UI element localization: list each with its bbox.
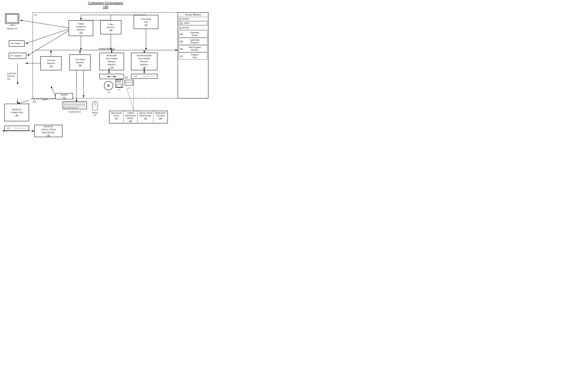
title-main: Computing Environment <box>88 1 123 5</box>
video-interface-box: VideoInterface 190 <box>100 20 121 34</box>
app-prog-label: ApplicationPrograms <box>183 39 206 44</box>
vi-num: 190 <box>109 29 112 32</box>
mouse-label: Mouse161 <box>91 112 99 117</box>
bios-label: BIOS <box>185 22 189 25</box>
diagram: Computing Environment 100 110 System Mem… <box>0 0 211 144</box>
modem-num: 172 <box>63 96 66 99</box>
bios-num: 133 <box>180 22 183 25</box>
drive-icon <box>125 79 133 86</box>
pu-num: 120 <box>145 24 147 26</box>
processing-unit-box: ProcessingUnit 120 <box>134 15 158 29</box>
pu-label: ProcessingUnit <box>141 18 151 24</box>
user-input-box: User InputInterface 160 <box>70 55 91 70</box>
system-memory-box: System Memory 131 (ROM) 133 BIOS 132 (RA… <box>178 12 208 98</box>
svg-line-47 <box>18 100 29 104</box>
removable-nonvol-box: RemovableNon-VolatileMemoryInterface 150 <box>99 53 124 70</box>
keyboard-icon <box>62 101 87 110</box>
printer-box: 196 Printer <box>9 41 25 47</box>
title-area: Computing Environment 100 <box>0 1 211 9</box>
monitor-label: Monitor 191 <box>4 28 20 30</box>
rom-num: 131 <box>179 18 182 20</box>
sys-memory-title: System Memory <box>178 13 208 17</box>
modem-box: Modem 172 <box>55 93 73 99</box>
opi-label: OutputPeripheralInterface <box>76 22 86 31</box>
svg-rect-13 <box>117 79 120 82</box>
network-interface-box: NetworkInterface 170 <box>41 56 61 70</box>
remote-app-box: REMOTEAPPLICATIONPROGRAMS 185 <box>34 125 62 137</box>
speakers-box: 197 Speakers <box>9 53 26 59</box>
system-bus-label: System Bus 121 <box>99 47 115 50</box>
ui-num: 160 <box>78 64 82 67</box>
ni-num: 170 <box>49 65 53 68</box>
keyboard-area: Keyboard 162 <box>62 101 87 113</box>
remote-label: REMOTECOMPUTER <box>11 108 23 114</box>
svg-rect-1 <box>6 14 18 23</box>
storage-cell-3: OPERATINGSYSTEM144 <box>153 111 167 123</box>
ui-label: User InputInterface <box>75 58 85 64</box>
remote-app-label: REMOTEAPPLICATIONPROGRAMS <box>41 125 56 134</box>
svg-rect-15 <box>125 80 133 85</box>
storage-cell-1: OTHERPROGRAMMODS.146 <box>123 111 138 123</box>
svg-rect-14 <box>117 84 121 87</box>
storage-table: PROGRAMDATA147 OTHERPROGRAMMODS.146 APPL… <box>109 111 168 123</box>
storage-cell-2: APPLICATIONPROGRAMS145 <box>138 111 153 123</box>
svg-rect-7 <box>64 107 78 108</box>
floppy-icon <box>115 79 123 88</box>
remote-num: 180 <box>15 114 18 117</box>
printer-num: 196 <box>10 42 13 45</box>
title-number: 100 <box>0 5 211 9</box>
drive152-area: 152 <box>125 79 133 89</box>
remote-app-num: 185 <box>47 134 50 137</box>
cd-num: 156 <box>104 91 114 93</box>
svg-rect-6 <box>64 105 85 107</box>
prog-data-label: ProgramData <box>183 54 206 59</box>
vi-label: VideoInterface <box>107 23 115 29</box>
remote-drive-bar: 181 ○○ ○○○○○○ ○ <box>4 126 29 131</box>
mouse-icon <box>91 101 99 111</box>
speakers-label: Speakers <box>15 55 22 57</box>
lan-label: Local AreaNetwork171 <box>7 72 16 80</box>
os-num: 134 <box>180 33 183 35</box>
svg-rect-5 <box>64 102 85 104</box>
app-prog-num: 135 <box>180 40 183 43</box>
printer-label: Printer <box>15 42 20 45</box>
other-prog-num: 136 <box>180 47 183 50</box>
mouse-area: Mouse161 <box>91 101 99 117</box>
os-label: OperatingSystem <box>183 31 206 37</box>
storage-cell-0: PROGRAMDATA147 <box>109 111 123 123</box>
floppy-area: 155 <box>115 79 123 91</box>
floppy-num: 155 <box>115 89 123 91</box>
label-151: 151 <box>125 76 128 79</box>
monitor-icon <box>4 13 20 26</box>
monitor-area: Monitor 191 <box>4 13 20 30</box>
other-prog-label: Other ProgramModules <box>183 46 206 51</box>
svg-point-11 <box>108 85 109 86</box>
keyboard-label: Keyboard 162 <box>62 111 87 113</box>
drive-num: 152 <box>125 87 133 89</box>
nrnv-num: 140 <box>143 66 146 69</box>
prog-data-num: 137 <box>180 55 183 57</box>
nonremovable-drive-bar: 141 ○○ ○○○○○○ ○ <box>131 74 157 79</box>
opi-num: 195 <box>79 31 83 34</box>
removable-drive-bar: ■■ ══ ■■ <box>99 74 124 79</box>
box-110-label: 110 <box>34 14 37 16</box>
rom-label: (ROM) <box>183 18 189 20</box>
output-peripheral-box: OutputPeripheralInterface 195 <box>69 20 93 36</box>
modem-label: Modem <box>61 93 68 96</box>
ram-num: 132 <box>179 26 182 29</box>
wan-label: Wide Area Network173 <box>31 98 48 103</box>
ram-label: (RAM) <box>183 26 189 29</box>
nonremovable-nonvol-box: Non-RemovableNon-VolatileMemoryInterface… <box>131 53 157 70</box>
ni-label: NetworkInterface <box>47 59 55 65</box>
cd-icon <box>104 81 114 91</box>
remote-computer-box: REMOTECOMPUTER 180 <box>4 104 29 121</box>
rnv-num: 150 <box>110 66 113 69</box>
cd-area: 156 <box>104 81 114 93</box>
speakers-num: 197 <box>10 55 13 57</box>
rnv-label: RemovableNon-VolatileMemoryInterface <box>106 54 118 66</box>
nrnv-label: Non-RemovableNon-VolatileMemoryInterface <box>137 54 152 66</box>
